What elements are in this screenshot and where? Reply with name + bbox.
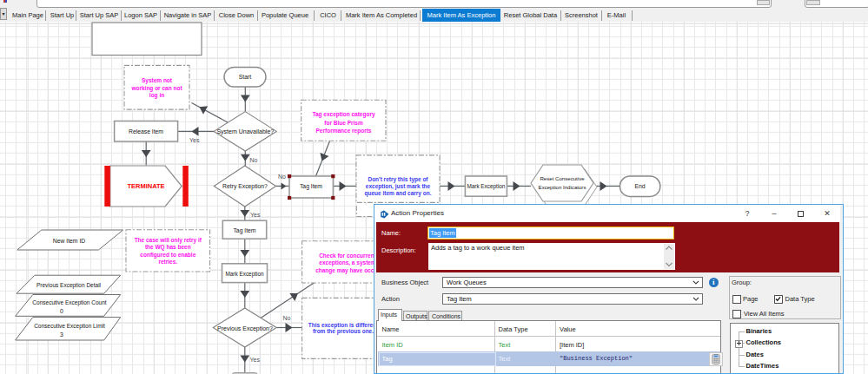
svg-text:Performance reports: Performance reports <box>316 128 372 135</box>
svg-text:End: End <box>635 183 646 189</box>
svg-text:Mark Exception: Mark Exception <box>225 271 263 278</box>
svg-text:System Unavailable?: System Unavailable? <box>216 128 274 135</box>
svg-text:3: 3 <box>60 331 63 338</box>
svg-text:TERMINATE: TERMINATE <box>127 182 164 190</box>
svg-text:This exception is different: This exception is different <box>308 322 379 329</box>
svg-text:configured to enable: configured to enable <box>140 252 195 259</box>
svg-text:working or can not: working or can not <box>130 85 182 92</box>
svg-text:for Blue Prism: for Blue Prism <box>324 120 363 126</box>
svg-text:Previous Exception Detail: Previous Exception Detail <box>36 282 102 289</box>
svg-text:retries.: retries. <box>158 259 177 265</box>
svg-text:Consecutive Exception Count: Consecutive Exception Count <box>32 299 106 306</box>
svg-text:Check for concurrent: Check for concurrent <box>319 253 377 259</box>
svg-text:No: No <box>250 157 258 163</box>
svg-text:exceptions, a system: exceptions, a system <box>319 259 376 266</box>
svg-text:Don't retry this type of: Don't retry this type of <box>368 176 428 183</box>
svg-text:Tag exception category: Tag exception category <box>312 111 375 118</box>
svg-text:Reset Consecutive: Reset Consecutive <box>540 175 585 181</box>
svg-text:Start: Start <box>239 74 251 80</box>
svg-text:No: No <box>283 315 291 321</box>
svg-text:Consecutive Exception Limit: Consecutive Exception Limit <box>34 323 105 330</box>
svg-text:The case will only retry if: The case will only retry if <box>135 237 202 244</box>
svg-text:Yes: Yes <box>189 137 200 143</box>
svg-text:System not: System not <box>142 77 173 84</box>
svg-text:Exception Indicators: Exception Indicators <box>539 184 586 190</box>
svg-text:No: No <box>278 174 286 180</box>
svg-text:from the previous one.: from the previous one. <box>313 328 374 335</box>
svg-text:Retry Exception?: Retry Exception? <box>222 183 268 190</box>
svg-text:Yes: Yes <box>250 212 261 218</box>
svg-text:the WQ has been: the WQ has been <box>145 244 191 251</box>
svg-text:Tag Item: Tag Item <box>233 227 255 234</box>
svg-text:change may have occur: change may have occur <box>315 267 380 274</box>
svg-text:Mark Exception: Mark Exception <box>467 183 505 190</box>
svg-text:exception, just mark the: exception, just mark the <box>366 183 431 190</box>
svg-text:Tag Item: Tag Item <box>300 183 322 190</box>
svg-text:Yes: Yes <box>250 357 261 363</box>
svg-text:New Item ID: New Item ID <box>53 238 85 244</box>
svg-text:queue item and carry on.: queue item and carry on. <box>365 190 432 197</box>
svg-text:0: 0 <box>60 308 63 314</box>
svg-text:Previous Exception?: Previous Exception? <box>217 325 273 332</box>
svg-text:log in: log in <box>149 92 164 99</box>
svg-text:Release Item: Release Item <box>129 128 163 135</box>
